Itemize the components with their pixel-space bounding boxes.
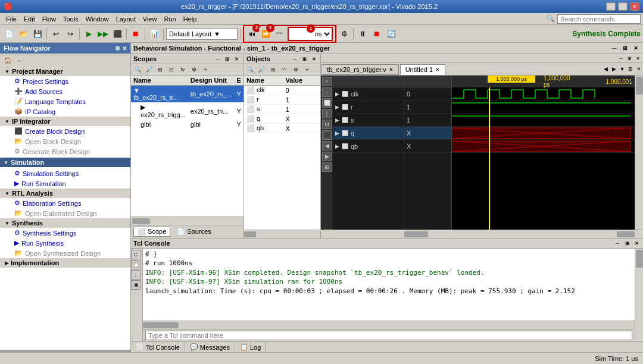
objects-float[interactable]: ⊞: [300, 55, 308, 62]
scopes-float[interactable]: ⊞: [223, 55, 232, 62]
scopes-minimize[interactable]: ─: [214, 55, 222, 62]
obj-settings-btn[interactable]: ⚙: [291, 65, 301, 74]
tcl-stop-btn[interactable]: ⏹: [131, 280, 141, 290]
scope-add-button[interactable]: +: [200, 65, 211, 74]
wave-sb-fit[interactable]: ⬜: [322, 98, 332, 108]
tcl-tab-messages[interactable]: 💬 Messages: [185, 342, 235, 352]
wave-tab-next[interactable]: ▶: [610, 65, 618, 73]
obj-row-r[interactable]: ⬜ r 1: [244, 95, 320, 105]
wave-sb-zoom-out[interactable]: -: [322, 87, 332, 97]
wave-sb-zoom-in[interactable]: +: [322, 77, 332, 86]
wave-name-q[interactable]: ▶ ⬜ q: [333, 127, 404, 140]
wave-sb-marker[interactable]: M: [322, 120, 332, 129]
menu-edit[interactable]: Edit: [20, 15, 39, 23]
wave-name-clk[interactable]: ▶ ⬜ clk: [333, 87, 404, 101]
menu-run[interactable]: Run: [160, 15, 179, 23]
nav-item-simulation-settings[interactable]: ⚙ Simulation Settings: [0, 168, 130, 178]
menu-file[interactable]: File: [2, 15, 20, 23]
flow-home-button[interactable]: 🏠: [2, 55, 13, 65]
scope-row-0[interactable]: ▼ tb_ex20_rs_tr... tb_ex20_rs_... Y: [131, 86, 244, 103]
obj-row-q[interactable]: ⬜ q X: [244, 114, 320, 124]
vscroll-thumb[interactable]: [636, 77, 643, 95]
nav-section-project-manager[interactable]: ▼ Project Manager: [0, 67, 130, 76]
bsim-close[interactable]: ✕: [631, 44, 641, 52]
pause-button[interactable]: ⏸: [356, 27, 369, 40]
obj-expand-btn[interactable]: ⊞: [268, 65, 279, 74]
tcl-scroll-btn[interactable]: ↓: [131, 270, 141, 280]
redo-button[interactable]: ↪: [64, 27, 77, 40]
wave-close[interactable]: ✕: [633, 55, 642, 62]
wave-tab-close-0[interactable]: ✕: [389, 67, 394, 73]
wave-tab-close-1[interactable]: ✕: [435, 67, 440, 73]
nav-section-simulation[interactable]: ▼ Simulation: [0, 158, 130, 167]
scope-expand-button[interactable]: ⊞: [155, 65, 166, 74]
tcl-minimize[interactable]: ─: [613, 240, 622, 247]
tcl-vscroll-thumb[interactable]: [636, 250, 643, 268]
hscroll-thumb[interactable]: [132, 218, 150, 224]
tcl-tab-console[interactable]: ⬜ Tcl Console: [131, 342, 185, 352]
wave-sb-next-edge[interactable]: ▶: [322, 152, 332, 161]
nav-section-synthesis[interactable]: ▼ Synthesis: [0, 218, 130, 228]
time-unit-select[interactable]: ns ps us: [313, 28, 332, 40]
tcl-close[interactable]: ✕: [632, 240, 641, 247]
wave-float[interactable]: ⊞: [625, 55, 633, 62]
new-button[interactable]: 📄: [2, 27, 15, 40]
tcl-vscroll[interactable]: [635, 249, 643, 341]
tcl-clear-btn[interactable]: C: [131, 250, 141, 259]
obj-search-btn[interactable]: 🔍: [245, 65, 256, 74]
scope-sync-button[interactable]: ↻: [177, 65, 188, 74]
tcl-tab-log[interactable]: 📋 Log: [235, 342, 266, 352]
scope-filter-button[interactable]: 🔎: [143, 65, 154, 74]
tab-sources[interactable]: 📄 Sources: [173, 227, 215, 237]
maximize-button[interactable]: □: [618, 2, 628, 11]
wave-vscroll[interactable]: [635, 76, 643, 230]
scope-search-button[interactable]: 🔍: [132, 65, 143, 74]
wave-hscroll-thumb[interactable]: [404, 231, 428, 237]
scope-settings-button[interactable]: ⚙: [189, 65, 199, 74]
objects-close[interactable]: ✕: [310, 55, 318, 62]
run-impl-button[interactable]: ▶▶: [96, 27, 110, 40]
menu-window[interactable]: Window: [82, 15, 113, 23]
minimize-button[interactable]: ─: [606, 2, 616, 11]
tcl-hscroll[interactable]: [143, 321, 635, 329]
scope-row-1[interactable]: ▶ ex20_rs_trigg... ex20_rs_tri... Y: [131, 102, 244, 120]
tcl-command-input[interactable]: [145, 331, 632, 340]
search-input[interactable]: [557, 14, 641, 24]
flow-back-button[interactable]: ←: [14, 55, 25, 65]
tab-scope[interactable]: ⬜ Scope: [133, 227, 170, 237]
menu-tools[interactable]: Tools: [60, 15, 82, 23]
wave-sb-search[interactable]: ⬛: [322, 130, 332, 140]
report-button[interactable]: 📊: [148, 27, 161, 40]
wave-sb-zoom-full[interactable]: ⊞: [322, 162, 332, 172]
open-button[interactable]: 📂: [17, 27, 30, 40]
bsim-minimize[interactable]: ─: [610, 44, 619, 52]
nav-section-ip-integrator[interactable]: ▼ IP Integrator: [0, 117, 130, 126]
nav-item-run-synthesis[interactable]: ▶ Run Synthesis: [0, 238, 130, 248]
scope-collapse-button[interactable]: ⊟: [166, 65, 177, 74]
tcl-hscroll-thumb[interactable]: [143, 322, 179, 328]
scopes-close[interactable]: ✕: [233, 55, 241, 62]
flow-nav-resize-handle[interactable]: [0, 350, 130, 352]
nav-item-run-simulation[interactable]: ▶ Run Simulation: [0, 178, 130, 189]
nav-section-rtl[interactable]: ▼ RTL Analysis: [0, 189, 130, 198]
nav-item-language-templates[interactable]: 📝 Language Templates: [0, 96, 130, 106]
wave-sb-prev-edge[interactable]: ◀: [322, 141, 332, 150]
nav-item-ip-catalog[interactable]: 📦 IP Catalog: [0, 106, 130, 117]
nav-item-synthesis-settings[interactable]: ⚙ Synthesis Settings: [0, 228, 130, 238]
bsim-float[interactable]: ⊞: [620, 44, 630, 52]
nav-item-create-block[interactable]: ⬛ Create Block Design: [0, 126, 130, 136]
objects-minimize[interactable]: ─: [291, 55, 299, 62]
wave-tab-close-all[interactable]: ✕: [635, 65, 643, 73]
obj-row-s[interactable]: ⬜ s 1: [244, 105, 320, 114]
settings-button[interactable]: ⚙: [338, 27, 351, 40]
wave-name-r[interactable]: ▶ ⬜ r: [333, 101, 404, 114]
undo-button[interactable]: ↩: [49, 27, 63, 40]
obj-filter-btn[interactable]: 🔎: [257, 65, 267, 74]
scope-row-2[interactable]: glbl glbl Y: [131, 120, 244, 129]
obj-row-qb[interactable]: ⬜ qb X: [244, 124, 320, 133]
tcl-float[interactable]: ⊞: [623, 240, 631, 247]
wave-button[interactable]: 〰: [273, 27, 286, 40]
wave-tab-0[interactable]: tb_ex20_rs_trigger.v ✕: [322, 64, 399, 75]
wave-tab-prev[interactable]: ◀: [601, 65, 610, 73]
wave-name-s[interactable]: ▶ ⬜ s: [333, 114, 404, 127]
